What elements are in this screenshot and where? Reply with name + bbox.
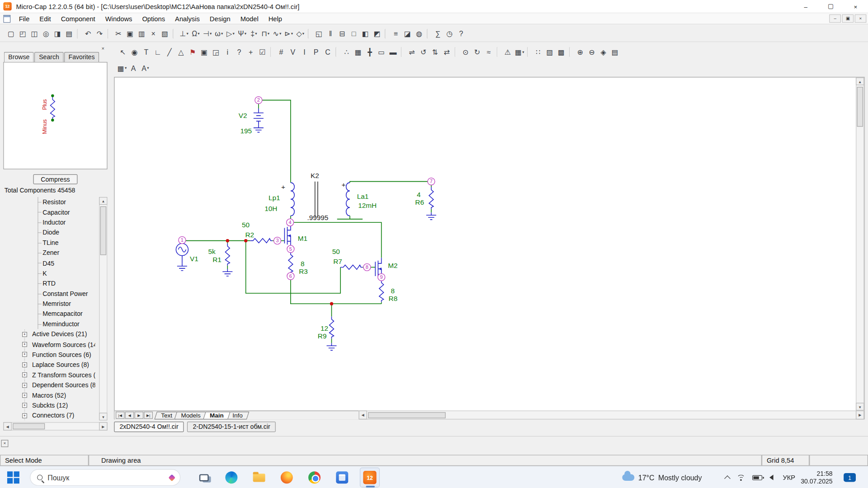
mdi-close-button[interactable]: × (855, 14, 867, 23)
split-vertical-icon[interactable]: ◩ (372, 28, 383, 40)
expand-icon[interactable]: + (22, 372, 27, 377)
redo-icon[interactable]: ↷ (94, 28, 106, 40)
find-file-icon[interactable]: ◎ (40, 28, 52, 40)
open-file-icon[interactable]: ◰ (17, 28, 29, 40)
component-editor-icon[interactable]: ≡ (390, 28, 402, 40)
tree-item[interactable]: Inductor (3, 217, 95, 228)
tree-item[interactable]: Zener (3, 248, 95, 258)
start-button[interactable] (7, 471, 20, 484)
cut-icon[interactable]: ✂ (113, 28, 125, 40)
taskbar-search[interactable]: Пошук (30, 469, 180, 486)
graphics-mode-icon[interactable]: △ (175, 46, 187, 58)
page-nav-button[interactable]: ◀ (125, 412, 134, 419)
resistor-R3[interactable] (288, 252, 293, 274)
step-box-icon[interactable]: ∷ (533, 46, 544, 58)
weather-widget[interactable]: 17°C Mostly cloudy (622, 466, 702, 488)
menu-item[interactable]: Component (56, 14, 100, 23)
pulse-source-component-icon[interactable]: ⊓▾ (259, 28, 271, 40)
paste-icon[interactable]: ▥ (136, 28, 148, 40)
scroll-left-icon[interactable]: ◀ (359, 411, 367, 420)
tree-group-item[interactable]: +Dependent Sources (8 (3, 380, 95, 390)
scrollbar-thumb[interactable] (100, 206, 106, 255)
panel-tab[interactable]: Favorites (64, 52, 99, 62)
microcap-app-button[interactable]: 12 (360, 468, 380, 488)
tree-group-item[interactable]: +Laplace Sources (8) (3, 360, 95, 370)
tree-item[interactable]: D45 (3, 258, 95, 268)
resistor-R7[interactable] (340, 265, 363, 270)
border-toggle-icon[interactable]: ▭ (376, 46, 387, 58)
repeat-find-icon[interactable]: ↻ (472, 46, 483, 58)
scroll-up-icon[interactable]: ▲ (856, 77, 864, 85)
print-preview-icon[interactable]: ◨ (52, 28, 64, 40)
find-icon[interactable]: ⊙ (460, 46, 472, 58)
expand-icon[interactable]: + (22, 383, 27, 388)
delete-icon[interactable]: × (148, 28, 160, 40)
watch-icon[interactable]: ◷ (444, 28, 456, 40)
tree-item[interactable]: Constant Power (3, 289, 95, 299)
sine-source-V1[interactable] (176, 241, 188, 263)
resistor-R6[interactable] (429, 187, 434, 209)
speaker-icon[interactable] (769, 475, 774, 480)
scroll-right-icon[interactable]: ▶ (856, 411, 864, 420)
zoom-in-icon[interactable]: ⊕ (575, 46, 586, 58)
edge-app-button[interactable] (222, 468, 241, 488)
tree-item[interactable]: RTD (3, 278, 95, 289)
battery-icon[interactable] (752, 475, 762, 480)
panel-close-icon[interactable]: × (99, 45, 106, 52)
ground-symbol[interactable] (177, 263, 187, 271)
page-tab[interactable]: Main (203, 411, 231, 419)
file-tab[interactable]: 2-DN2540-15-1-ист обм.cir (187, 422, 276, 432)
scroll-right-icon[interactable]: ▶ (99, 422, 107, 430)
font-color-icon[interactable]: A▾ (140, 62, 151, 74)
powers-toggle-icon[interactable]: P (311, 46, 322, 58)
tree-group-item[interactable]: +Waveform Sources (14 (3, 339, 95, 350)
menu-item[interactable]: Model (236, 14, 264, 23)
crosshair-toggle-icon[interactable]: ╋ (364, 46, 376, 58)
diode-component-icon[interactable]: ▷▾ (225, 28, 236, 40)
panel-close-icon[interactable]: × (1, 440, 8, 447)
resistor-R1[interactable] (225, 244, 230, 266)
scrollbar-thumb[interactable] (857, 87, 863, 127)
firefox-app-button[interactable] (277, 468, 297, 488)
text-mode-icon[interactable]: T (141, 46, 152, 58)
copy-icon[interactable]: ▣ (125, 28, 137, 40)
chrome-app-button[interactable] (304, 468, 324, 488)
grid-toggle-icon[interactable]: ▦ (353, 46, 364, 58)
expand-icon[interactable]: + (22, 393, 27, 398)
tree-scrollbar[interactable]: ▲ ▼ (99, 197, 107, 421)
ground-component-icon[interactable]: ⊥▾ (178, 28, 190, 40)
undo-icon[interactable]: ↶ (82, 28, 94, 40)
tree-group-item[interactable]: +Subckts (12) (3, 400, 95, 411)
picture-mode-icon[interactable]: ▣ (199, 46, 211, 58)
maximize-button[interactable]: ▢ (818, 0, 843, 13)
info-mode-icon[interactable]: i (222, 46, 234, 58)
mdi-restore-button[interactable]: ▣ (842, 14, 854, 23)
expand-icon[interactable]: + (22, 332, 27, 337)
tree-item[interactable]: Capacitor (3, 207, 95, 217)
new-file-icon[interactable]: ▢ (5, 28, 17, 40)
tree-item[interactable]: Resistor (3, 197, 95, 207)
wire-mode-icon[interactable]: ∟ (152, 46, 164, 58)
title-toggle-icon[interactable]: ▬ (387, 46, 399, 58)
mdi-minimize-button[interactable]: – (829, 14, 841, 23)
cascade-windows-icon[interactable]: ◱ (313, 28, 325, 40)
font-icon[interactable]: A (128, 62, 140, 74)
resistor-R8[interactable] (379, 280, 384, 302)
expand-icon[interactable]: + (22, 352, 27, 357)
page-nav-button[interactable]: ▶ (135, 412, 144, 419)
tree-item[interactable]: Memristor (3, 299, 95, 309)
node-numbers-toggle-icon[interactable]: # (276, 46, 288, 58)
transistor-component-icon[interactable]: Ψ▾ (236, 28, 248, 40)
battery-V2[interactable] (254, 108, 264, 125)
page-nav-button[interactable]: ▶| (144, 412, 153, 419)
inductor-La1[interactable] (346, 183, 350, 216)
network-icon[interactable] (737, 474, 745, 480)
canvas-vscrollbar[interactable]: ▲ ▼ (856, 77, 864, 410)
scroll-up-icon[interactable]: ▲ (99, 197, 107, 205)
currents-toggle-icon[interactable]: I (299, 46, 311, 58)
canvas-hscrollbar[interactable]: ◀ ▶ (359, 411, 864, 420)
shape-editor-icon[interactable]: ◪ (402, 28, 414, 40)
copy-box-icon[interactable]: ▩ (556, 46, 567, 58)
package-editor-icon[interactable]: ◍ (414, 28, 425, 40)
mirror-box-icon[interactable]: ▨ (544, 46, 556, 58)
